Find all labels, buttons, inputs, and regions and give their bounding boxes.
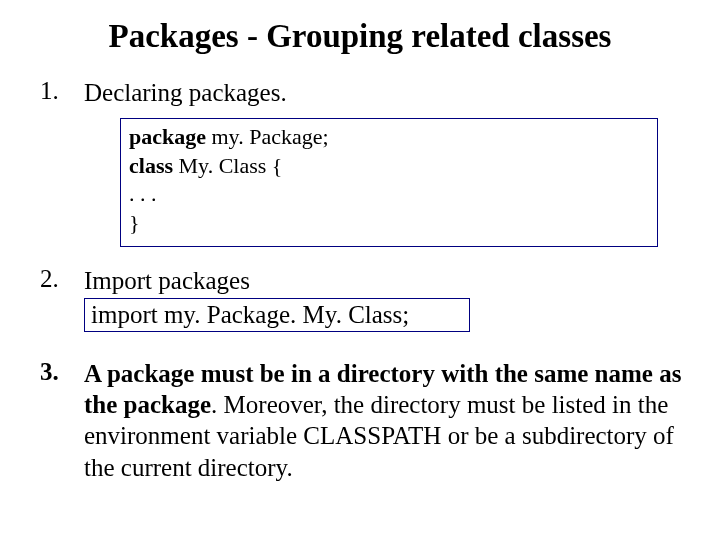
list-item-1: 1. Declaring packages. [36,77,684,108]
slide: Packages - Grouping related classes 1. D… [0,0,720,483]
item-number-1: 1. [36,77,84,105]
keyword-class: class [129,153,173,178]
code-classname: My. Class { [173,153,282,178]
code-block-wrapper: package my. Package; class My. Class { .… [120,118,684,246]
code-line-2: class My. Class { [129,152,649,181]
code-pkgname: my. Package; [206,124,329,149]
item-body-3: A package must be in a directory with th… [84,358,684,483]
slide-title: Packages - Grouping related classes [36,18,684,55]
code-block-1: package my. Package; class My. Class { .… [120,118,658,246]
code-line-1: package my. Package; [129,123,649,152]
code-block-2: import my. Package. My. Class; [84,298,470,332]
code-line-3: . . . [129,180,649,209]
list-item-2: 2. Import packages import my. Package. M… [36,265,684,332]
item-number-2: 2. [36,265,84,293]
code-line-4: } [129,209,649,238]
item-heading-1: Declaring packages. [84,77,684,108]
item-heading-2: Import packages [84,265,684,296]
list-item-3: 3. A package must be in a directory with… [36,358,684,483]
item-heading-3: A package must be in a directory with th… [84,358,684,483]
keyword-package: package [129,124,206,149]
item-body-1: Declaring packages. [84,77,684,108]
item-number-3: 3. [36,358,84,386]
item-body-2: Import packages import my. Package. My. … [84,265,684,332]
